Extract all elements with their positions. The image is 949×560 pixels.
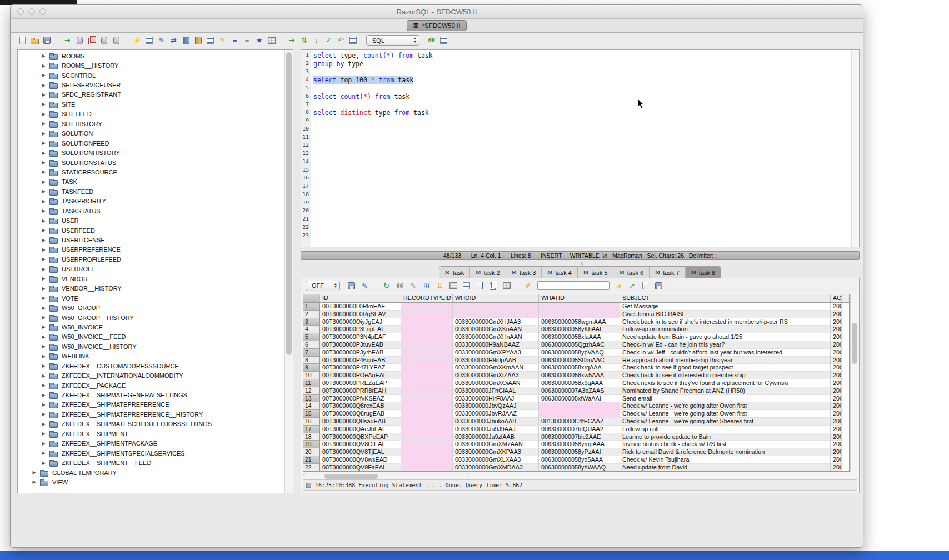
disclosure-triangle-icon[interactable]: ▶ [40, 73, 47, 78]
execute-icon[interactable]: ➔ [287, 35, 297, 46]
id-cell[interactable]: 00T3000000P3N4pEAF [320, 333, 401, 341]
disclosure-triangle-icon[interactable]: ▶ [31, 470, 38, 475]
disclosure-triangle-icon[interactable]: ▶ [40, 393, 47, 398]
result-tab-task-5[interactable]: ⊠task 5 [577, 267, 613, 278]
grid-horizontal-scrollbar-thumb[interactable] [324, 474, 378, 479]
row-number-cell[interactable]: 5 [303, 333, 320, 341]
whoid-cell[interactable]: 0033000000GmXKPAA3 [453, 448, 539, 456]
id-cell[interactable]: 00T3000000QV8wsEAD [320, 456, 401, 464]
whoid-cell[interactable] [453, 303, 539, 311]
disclosure-triangle-icon[interactable]: ▶ [40, 363, 47, 368]
tree-item-userlicense[interactable]: ▶USERLICENSE [18, 235, 284, 244]
row-number-cell[interactable]: 18 [303, 433, 320, 441]
row-number-cell[interactable]: 11 [303, 379, 320, 387]
disclosure-triangle-icon[interactable]: ▶ [40, 92, 47, 97]
disclosure-triangle-icon[interactable]: ▶ [40, 151, 47, 156]
result-tab-task-6[interactable]: ⊠task 6 [613, 267, 649, 278]
whoid-cell[interactable]: 0033000000Ju9J9AAJ [453, 426, 539, 433]
subject-cell[interactable]: Check-in w/ Ed - can he join this year? [620, 341, 831, 349]
tree-view-icon[interactable]: ⊞ [421, 281, 432, 291]
disclosure-triangle-icon[interactable]: ▶ [40, 131, 47, 136]
disclosure-triangle-icon[interactable]: ▶ [40, 315, 47, 320]
download-icon[interactable]: ↓ [666, 281, 678, 291]
ac-cell[interactable]: 200 [831, 418, 842, 426]
title-bar[interactable]: RazorSQL - SFDCW50 II [11, 5, 863, 19]
row-number-cell[interactable]: 15 [303, 410, 320, 418]
row-number-cell[interactable]: 13 [303, 395, 320, 403]
ac-cell[interactable]: 200 [831, 387, 842, 395]
query-builder-icon[interactable] [144, 35, 154, 46]
whatid-cell[interactable]: 006300000058xw5AAA [539, 372, 620, 379]
recordtypeid-cell[interactable] [401, 418, 453, 426]
disclosure-triangle-icon[interactable]: ▶ [40, 141, 47, 146]
whoid-cell[interactable]: 0033000000GmXIZAA3 [453, 372, 539, 379]
tab-close-icon[interactable]: ⊠ [691, 269, 696, 276]
id-cell[interactable]: 00T3000000QV8CfEAL [320, 441, 401, 448]
tree-item-w50-group-history[interactable]: ▶W50_GROUP__HISTORY [18, 313, 284, 322]
clipboard-icon[interactable] [348, 35, 358, 46]
disclosure-triangle-icon[interactable]: ▶ [40, 112, 47, 117]
ac-cell[interactable]: 200 [831, 433, 842, 441]
favorites-star-icon[interactable]: ★ [254, 35, 264, 46]
row-number-cell[interactable]: 17 [303, 426, 320, 433]
whoid-cell[interactable]: 0033000000GmXLXAA3 [453, 456, 539, 464]
recordtypeid-cell[interactable] [401, 303, 453, 311]
ac-cell[interactable]: 200 [831, 364, 842, 372]
ac-cell[interactable]: 200 [831, 456, 842, 464]
ac-cell[interactable]: 200 [831, 402, 842, 410]
tree-item-task[interactable]: ▶TASK [18, 177, 284, 187]
ac-cell[interactable]: 200 [831, 464, 842, 472]
ac-cell[interactable]: 200 [831, 441, 842, 448]
row-number-cell[interactable]: 14 [303, 402, 320, 410]
format-lines-icon[interactable]: ≡ [242, 35, 252, 46]
compare-icon[interactable]: ⇄ [168, 35, 179, 46]
row-number-cell[interactable]: 9 [303, 364, 320, 372]
whoid-cell[interactable]: 0033000000JFhGlAAL [453, 387, 539, 395]
tree-item-rooms-history[interactable]: ▶ROOMS__HISTORY [18, 61, 284, 70]
id-cell[interactable]: 00T3000000QV9FaEAL [320, 464, 401, 472]
tree-item-taskfeed[interactable]: ▶TASKFEED [18, 187, 284, 196]
disclosure-triangle-icon[interactable]: ▶ [40, 247, 47, 252]
tree-item-zkfedex-shipmatescheduledjobssettings[interactable]: ▶ZKFEDEX__SHIPMATESCHEDULEDJOBSSETTINGS [18, 419, 284, 429]
ac-cell[interactable]: 200 [831, 311, 842, 318]
subject-cell[interactable]: Check back to see if interested in membe… [620, 372, 831, 379]
subject-cell[interactable]: Need update from David [620, 464, 831, 472]
tree-item-user[interactable]: ▶USER [18, 216, 284, 225]
tree-item-zkfedex-shipmentspecialservices[interactable]: ▶ZKFEDEX__SHIPMENTSPECIALSERVICES [18, 448, 284, 458]
id-cell[interactable]: 00T3000000P3tuvEAB [320, 341, 401, 349]
row-number-cell[interactable]: 3 [303, 318, 320, 326]
id-cell[interactable]: 00T3000000QAeJbEAL [320, 426, 401, 433]
whatid-cell[interactable] [539, 303, 620, 311]
disclosure-triangle-icon[interactable]: ▶ [40, 102, 47, 107]
whoid-cell[interactable]: 0033000000JbukoAAB [453, 418, 539, 426]
whatid-cell[interactable]: 006300000058xrqAAA [539, 364, 620, 372]
id-cell[interactable]: 00T3000000QBXPeEAP [320, 433, 401, 441]
subject-cell[interactable]: Follow-up on nomination [620, 326, 831, 333]
recordtypeid-cell[interactable] [401, 326, 453, 333]
whoid-cell[interactable]: 0033000000GmXHJAA3 [453, 318, 539, 326]
whatid-cell[interactable]: 0013000000C4fFCAAZ [539, 418, 620, 426]
whoid-cell[interactable]: 0033000000Ju9zlAAB [453, 433, 539, 441]
create-object-icon[interactable] [99, 35, 109, 46]
tree-item-zkfedex-shipment[interactable]: ▶ZKFEDEX__SHIPMENT [18, 429, 284, 438]
recordtypeid-cell[interactable] [401, 456, 453, 464]
ac-cell[interactable]: 200 [831, 357, 842, 364]
row-number-cell[interactable]: 21 [303, 456, 320, 464]
tree-item-sitefeed[interactable]: ▶SITEFEED [18, 109, 284, 119]
disclosure-triangle-icon[interactable]: ▶ [40, 383, 47, 388]
ac-cell[interactable]: 200 [831, 448, 842, 456]
disclosure-triangle-icon[interactable]: ▶ [40, 257, 47, 262]
whoid-cell[interactable]: 0033000000GmXOiAAN [453, 379, 539, 387]
disclosure-triangle-icon[interactable]: ▶ [40, 121, 47, 126]
grid-vertical-scrollbar-thumb[interactable] [852, 323, 857, 364]
edit-columns-icon[interactable]: ✎ [359, 281, 371, 291]
tree-item-vote[interactable]: ▶VOTE [18, 293, 284, 303]
tree-item-w50-invoice-history[interactable]: ▶W50_INVOICE__HISTORY [18, 342, 284, 351]
code-area[interactable]: select type, count(*) from taskgroup by … [311, 50, 851, 247]
subject-cell[interactable]: Give Jenn a BIG RAISE [620, 311, 831, 318]
disclosure-triangle-icon[interactable]: ▶ [40, 451, 47, 456]
recordtypeid-cell[interactable] [401, 448, 453, 456]
recordtypeid-cell[interactable] [401, 333, 453, 341]
row-number-cell[interactable]: 16 [303, 418, 320, 426]
subject-cell[interactable]: Check back to see if good target prospec… [620, 364, 831, 372]
